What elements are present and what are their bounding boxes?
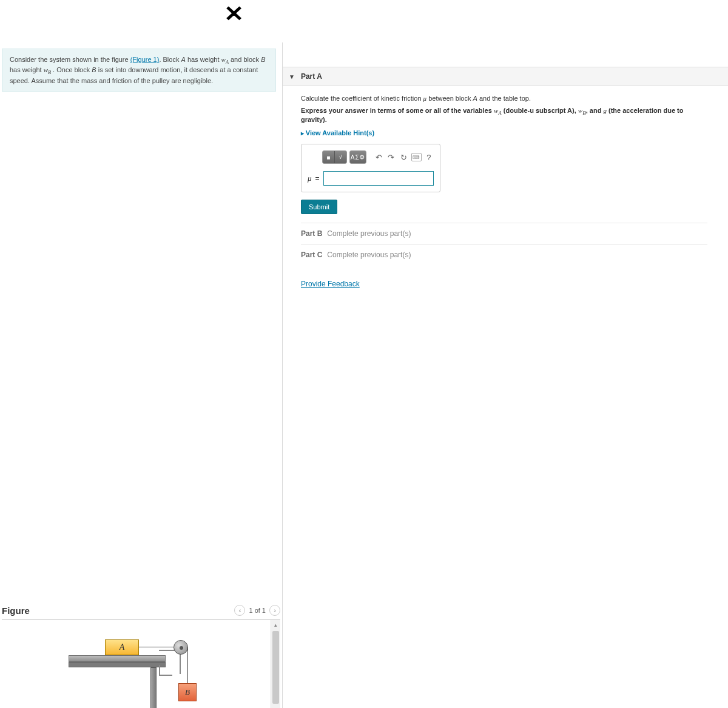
- question-text: Calculate the coefficient of kinetic fri…: [301, 95, 707, 102]
- scroll-thumb[interactable]: [272, 631, 279, 704]
- part-a-body: Calculate the coefficient of kinetic fri…: [283, 86, 707, 297]
- right-column: ▼ Part A Calculate the coefficient of ki…: [283, 42, 728, 708]
- q-text: and the table top.: [477, 95, 531, 102]
- figure-body: A B ▴ ▾: [2, 620, 280, 708]
- left-column: Consider the system shown in the figure …: [0, 42, 283, 708]
- rope-vertical: [187, 647, 188, 683]
- express-instruction: Express your answer in terms of some or …: [301, 107, 707, 123]
- clamp: [159, 665, 172, 676]
- block-a: A: [105, 639, 139, 655]
- figure-title: Figure: [2, 605, 30, 616]
- var-wA: wA: [221, 56, 229, 63]
- view-hints-link[interactable]: View Available Hint(s): [301, 129, 374, 137]
- q-text: between block: [426, 95, 473, 102]
- part-b-row: Part B Complete previous part(s): [301, 223, 707, 244]
- figure-scrollbar[interactable]: ▴ ▾: [271, 620, 280, 708]
- pager-label: 1 of 1: [249, 607, 266, 614]
- part-c-label: Part C: [301, 251, 322, 259]
- figure-link[interactable]: (Figure 1): [130, 56, 160, 63]
- answer-box: ■ √ ΑΣΦ ↶ ↷ ↻ ⌨ ? μ =: [301, 144, 440, 192]
- figure-diagram: A B: [69, 625, 269, 708]
- equation-toolbar: ■ √ ΑΣΦ ↶ ↷ ↻ ⌨ ?: [308, 150, 434, 164]
- template-button[interactable]: ■: [323, 151, 335, 163]
- mu-label: μ: [308, 174, 312, 183]
- submit-button[interactable]: Submit: [301, 200, 337, 214]
- root-button[interactable]: √: [335, 151, 346, 163]
- help-icon[interactable]: ?: [424, 151, 434, 163]
- var-wA: wA: [494, 107, 502, 114]
- reset-icon[interactable]: ↻: [399, 151, 409, 163]
- prompt-text: has weight: [186, 56, 221, 63]
- figure-pager: ‹ 1 of 1 ›: [234, 605, 280, 616]
- prompt-text: . Once block: [51, 66, 92, 73]
- var-wB: wB: [44, 66, 51, 73]
- part-c-msg: Complete previous part(s): [327, 251, 411, 259]
- prompt-text: Consider the system shown in the figure: [10, 56, 130, 63]
- spacer: [0, 98, 282, 601]
- scroll-up-icon[interactable]: ▴: [271, 620, 280, 630]
- part-b-label: Part B: [301, 229, 322, 238]
- block-b: B: [178, 683, 197, 701]
- exp-text: (double-u subscript A),: [502, 107, 578, 114]
- exp-text: , and: [586, 107, 604, 114]
- q-text: Calculate the coefficient of kinetic fri…: [301, 95, 423, 102]
- close-icon[interactable]: ✕: [224, 1, 244, 27]
- template-group: ■ √: [322, 150, 347, 164]
- prompt-text: . Block: [159, 56, 181, 63]
- table-edge: [69, 662, 166, 667]
- var-A: A: [181, 56, 185, 63]
- figure-section: Figure ‹ 1 of 1 › A B: [0, 601, 282, 708]
- part-b-msg: Complete previous part(s): [327, 229, 411, 238]
- greek-button[interactable]: ΑΣΦ: [350, 151, 366, 163]
- pulley: [174, 640, 188, 655]
- answer-input[interactable]: [323, 171, 434, 186]
- undo-icon[interactable]: ↶: [374, 151, 384, 163]
- rope-horizontal: [139, 647, 175, 647]
- redo-icon[interactable]: ↷: [386, 151, 397, 163]
- prompt-text: and block: [229, 56, 261, 63]
- part-a-header[interactable]: ▼ Part A: [283, 67, 728, 86]
- table-top: [69, 655, 166, 662]
- var-w: w: [44, 66, 48, 73]
- var-w: w: [221, 56, 226, 63]
- var-A: A: [473, 95, 477, 102]
- part-c-row: Part C Complete previous part(s): [301, 244, 707, 265]
- problem-prompt: Consider the system shown in the figure …: [2, 49, 276, 92]
- var-B: B: [261, 56, 265, 63]
- answer-row: μ =: [308, 171, 434, 186]
- chevron-down-icon: ▼: [289, 73, 295, 80]
- figure-header: Figure ‹ 1 of 1 ›: [2, 601, 280, 620]
- pager-prev-button[interactable]: ‹: [234, 605, 245, 616]
- prompt-text: has weight: [10, 66, 44, 73]
- table-leg: [150, 667, 157, 708]
- var-wB: wB: [578, 107, 586, 114]
- greek-group: ΑΣΦ: [349, 150, 366, 164]
- equals-label: =: [315, 174, 320, 183]
- var-B: B: [92, 66, 96, 73]
- exp-text: Express your answer in terms of some or …: [301, 107, 494, 114]
- part-a-label: Part A: [301, 72, 322, 81]
- pager-next-button[interactable]: ›: [269, 605, 280, 616]
- provide-feedback-link[interactable]: Provide Feedback: [301, 280, 360, 288]
- keyboard-icon[interactable]: ⌨: [411, 153, 422, 161]
